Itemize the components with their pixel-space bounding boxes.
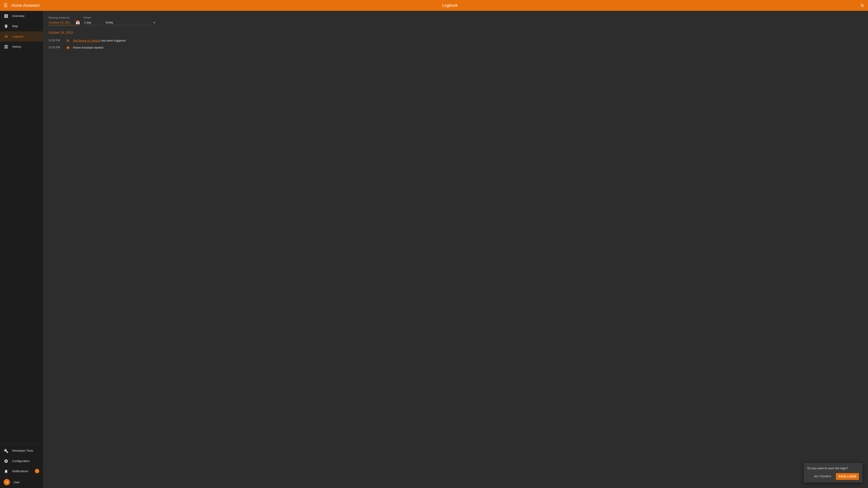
- showing-entries-group: Showing entries for 📅: [49, 16, 80, 25]
- period-group: Period: [84, 16, 102, 25]
- toast-actions: NO THANKS SAVE LOGIN: [807, 473, 859, 480]
- log-link-0[interactable]: Set theme on startup: [73, 39, 100, 42]
- avatar: U: [4, 479, 10, 485]
- sidebar-item-notifications[interactable]: Notifications 1: [0, 466, 43, 476]
- sidebar-logbook-label: Logbook: [12, 35, 24, 38]
- date-input[interactable]: [49, 20, 75, 25]
- date-input-wrapper: 📅: [49, 20, 80, 25]
- sidebar-item-history[interactable]: History: [0, 41, 43, 52]
- map-icon: [4, 24, 8, 29]
- save-login-toast: Do you want to save this login? NO THANK…: [804, 463, 863, 483]
- sidebar-configuration-label: Configuration: [12, 459, 30, 463]
- header-left: ☰ Home Assistant: [4, 3, 39, 8]
- period-label: Period: [84, 16, 102, 19]
- list-icon: [4, 34, 8, 39]
- sidebar-item-map[interactable]: Map: [0, 21, 43, 31]
- sidebar-history-label: History: [12, 45, 21, 48]
- app-title: Home Assistant: [11, 3, 39, 8]
- sidebar-nav: Overview Map Logbook Histo: [0, 11, 43, 444]
- sidebar-dev-tools-label: Developer Tools: [12, 449, 33, 452]
- bell-icon: [4, 469, 8, 474]
- showing-entries-label: Showing entries for: [49, 16, 80, 19]
- log-time-1: 10:30 PM: [49, 46, 63, 49]
- log-entry-1: 10:30 PM Home Assistant started: [49, 44, 863, 51]
- script-icon: [66, 38, 70, 43]
- log-entry-0: 10:30 PM Set theme on startup has been t…: [49, 37, 863, 44]
- sidebar-item-developer-tools[interactable]: Developer Tools: [0, 446, 43, 456]
- toast-message: Do you want to save this login?: [807, 466, 859, 470]
- sidebar-item-configuration[interactable]: Configuration: [0, 456, 43, 466]
- log-time-0: 10:30 PM: [49, 39, 63, 42]
- sidebar-map-label: Map: [12, 24, 18, 28]
- top-header: ☰ Home Assistant Logbook ↻: [0, 0, 868, 11]
- log-text-0: Set theme on startup has been triggered: [73, 39, 126, 42]
- log-text-1: Home Assistant started: [73, 46, 103, 49]
- period-input[interactable]: [84, 20, 102, 25]
- sidebar-notifications-label: Notifications: [12, 469, 28, 473]
- menu-icon[interactable]: ☰: [4, 3, 8, 8]
- filter-row: Showing entries for 📅 Period Entity ▾: [49, 16, 863, 25]
- entity-wrapper: Entity ▾: [105, 20, 155, 25]
- refresh-icon[interactable]: ↻: [861, 3, 864, 8]
- entity-group: Entity ▾: [105, 20, 155, 25]
- save-login-button[interactable]: SAVE LOGIN: [836, 473, 859, 480]
- log-text-rest-0: has been triggered: [100, 39, 126, 42]
- main-content: Showing entries for 📅 Period Entity ▾: [43, 11, 868, 488]
- gear-icon: [4, 459, 8, 463]
- sidebar-item-overview[interactable]: Overview: [0, 11, 43, 21]
- calendar-icon[interactable]: 📅: [75, 20, 80, 25]
- no-thanks-button[interactable]: NO THANKS: [811, 473, 834, 480]
- grid-icon: [4, 13, 8, 18]
- entity-select[interactable]: Entity: [105, 20, 153, 25]
- home-icon: [66, 45, 70, 50]
- chevron-down-icon: ▾: [153, 21, 155, 24]
- sidebar-overview-label: Overview: [12, 14, 24, 18]
- page-title: Logbook: [442, 3, 458, 8]
- sidebar-item-user[interactable]: U User: [0, 476, 43, 488]
- date-heading: October 24, 2019: [49, 31, 863, 34]
- notification-badge: 1: [35, 469, 39, 473]
- sidebar: Overview Map Logbook Histo: [0, 11, 43, 488]
- table-icon: [4, 44, 8, 49]
- wrench-icon: [4, 448, 8, 453]
- sidebar-bottom: Developer Tools Configuration Notificati…: [0, 444, 43, 488]
- main-layout: Overview Map Logbook Histo: [0, 11, 868, 488]
- sidebar-user-label: User: [13, 481, 20, 484]
- sidebar-item-logbook[interactable]: Logbook: [0, 31, 43, 41]
